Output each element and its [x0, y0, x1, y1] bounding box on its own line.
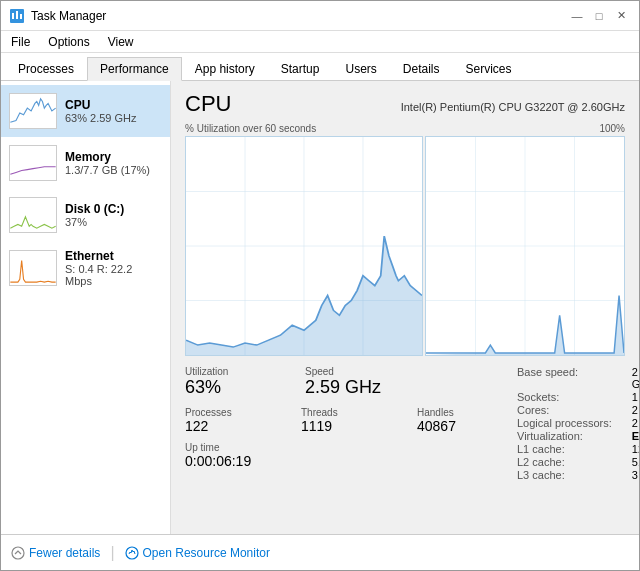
fewer-details-link[interactable]: Fewer details [11, 546, 100, 560]
processes-value: 122 [185, 418, 265, 435]
logical-value: 2 [632, 417, 639, 429]
sockets-value: 1 [632, 391, 639, 403]
logical-label: Logical processors: [517, 417, 612, 429]
ethernet-label: Ethernet [65, 249, 162, 263]
memory-value: 1.3/7.7 GB (17%) [65, 164, 150, 176]
title-bar-left: Task Manager [9, 8, 106, 24]
chart-max: 100% [599, 123, 625, 134]
cores-label: Cores: [517, 404, 612, 416]
open-resource-monitor-link[interactable]: Open Resource Monitor [125, 546, 270, 560]
ethernet-info: Ethernet S: 0.4 R: 22.2 Mbps [65, 249, 162, 287]
chevron-up-icon [11, 546, 25, 560]
cores-value: 2 [632, 404, 639, 416]
maximize-button[interactable]: □ [589, 6, 609, 26]
right-stats: Base speed: 2.60 GHz Sockets: 1 Cores: 2… [517, 366, 639, 481]
task-manager-window: Task Manager — □ ✕ File Options View Pro… [0, 0, 640, 571]
window-controls: — □ ✕ [567, 6, 631, 26]
cpu-label: CPU [65, 98, 137, 112]
sidebar: CPU 63% 2.59 GHz Memory 1.3/7.7 GB (17%) [1, 81, 171, 534]
utilization-label: Utilization [185, 366, 265, 377]
chart-section: % Utilization over 60 seconds 100% [185, 123, 625, 356]
menu-file[interactable]: File [7, 34, 34, 50]
l3-value: 3.0 MB [632, 469, 639, 481]
menu-bar: File Options View [1, 31, 639, 53]
memory-thumbnail [9, 145, 57, 181]
ethernet-thumbnail [9, 250, 57, 286]
ethernet-value: S: 0.4 R: 22.2 Mbps [65, 263, 162, 287]
stats-row: Utilization 63% Speed 2.59 GHz Processes… [185, 366, 625, 481]
tab-users[interactable]: Users [332, 56, 389, 80]
sidebar-item-ethernet[interactable]: Ethernet S: 0.4 R: 22.2 Mbps [1, 241, 170, 295]
tab-details[interactable]: Details [390, 56, 453, 80]
tab-performance[interactable]: Performance [87, 57, 182, 81]
l3-label: L3 cache: [517, 469, 612, 481]
tab-services[interactable]: Services [453, 56, 525, 80]
tab-bar: Processes Performance App history Startu… [1, 53, 639, 81]
processes-label: Processes [185, 407, 265, 418]
footer: Fewer details | Open Resource Monitor [1, 534, 639, 570]
base-speed-value: 2.60 GHz [632, 366, 639, 390]
title-bar: Task Manager — □ ✕ [1, 1, 639, 31]
main-chart [185, 136, 423, 356]
threads-value: 1119 [301, 418, 381, 435]
sidebar-item-cpu[interactable]: CPU 63% 2.59 GHz [1, 85, 170, 137]
svg-rect-3 [20, 14, 22, 19]
footer-separator: | [110, 544, 114, 562]
cpu-header: CPU Intel(R) Pentium(R) CPU G3220T @ 2.6… [185, 91, 625, 117]
tab-processes[interactable]: Processes [5, 56, 87, 80]
open-monitor-label: Open Resource Monitor [143, 546, 270, 560]
virt-value: Enabled [632, 430, 639, 442]
cpu-title: CPU [185, 91, 231, 117]
fewer-details-label: Fewer details [29, 546, 100, 560]
minimize-button[interactable]: — [567, 6, 587, 26]
memory-info: Memory 1.3/7.7 GB (17%) [65, 150, 150, 176]
uptime-stat: Up time 0:00:06:19 [185, 442, 497, 470]
handles-stat: Handles 40867 [417, 407, 497, 435]
tab-apphistory[interactable]: App history [182, 56, 268, 80]
monitor-icon [125, 546, 139, 560]
speed-label: Speed [305, 366, 385, 377]
virt-label: Virtualization: [517, 430, 612, 442]
menu-view[interactable]: View [104, 34, 138, 50]
cpu-model: Intel(R) Pentium(R) CPU G3220T @ 2.60GHz [401, 101, 625, 113]
window-title: Task Manager [31, 9, 106, 23]
main-panel: CPU Intel(R) Pentium(R) CPU G3220T @ 2.6… [171, 81, 639, 534]
cpu-thumbnail [9, 93, 57, 129]
cpu-info: CPU 63% 2.59 GHz [65, 98, 137, 124]
handles-value: 40867 [417, 418, 497, 435]
svg-rect-5 [10, 146, 55, 180]
l1-label: L1 cache: [517, 443, 612, 455]
disk-thumbnail [9, 197, 57, 233]
uptime-label: Up time [185, 442, 497, 453]
speed-stat: Speed 2.59 GHz [305, 366, 385, 399]
chart-label: % Utilization over 60 seconds [185, 123, 316, 134]
threads-label: Threads [301, 407, 381, 418]
cpu-value: 63% 2.59 GHz [65, 112, 137, 124]
svg-point-23 [126, 547, 138, 559]
chart-label-row: % Utilization over 60 seconds 100% [185, 123, 625, 134]
disk-info: Disk 0 (C:) 37% [65, 202, 124, 228]
menu-options[interactable]: Options [44, 34, 93, 50]
tab-startup[interactable]: Startup [268, 56, 333, 80]
threads-stat: Threads 1119 [301, 407, 381, 435]
utilization-stat: Utilization 63% [185, 366, 265, 399]
memory-label: Memory [65, 150, 150, 164]
sockets-label: Sockets: [517, 391, 612, 403]
content-area: CPU 63% 2.59 GHz Memory 1.3/7.7 GB (17%) [1, 81, 639, 534]
svg-rect-1 [12, 13, 14, 19]
utilization-value: 63% [185, 377, 265, 399]
speed-value: 2.59 GHz [305, 377, 385, 399]
sidebar-item-disk[interactable]: Disk 0 (C:) 37% [1, 189, 170, 241]
uptime-value: 0:00:06:19 [185, 453, 497, 470]
sidebar-item-memory[interactable]: Memory 1.3/7.7 GB (17%) [1, 137, 170, 189]
handles-label: Handles [417, 407, 497, 418]
l2-label: L2 cache: [517, 456, 612, 468]
disk-label: Disk 0 (C:) [65, 202, 124, 216]
chart-container [185, 136, 625, 356]
disk-value: 37% [65, 216, 124, 228]
close-button[interactable]: ✕ [611, 6, 631, 26]
l1-value: 128 KB [632, 443, 639, 455]
base-speed-label: Base speed: [517, 366, 612, 390]
l2-value: 512 KB [632, 456, 639, 468]
svg-rect-7 [10, 251, 55, 285]
